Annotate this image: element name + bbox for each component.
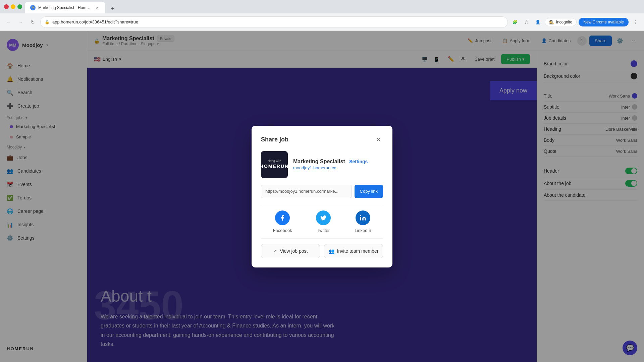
minimize-button[interactable] [11, 4, 15, 9]
view-job-post-button[interactable]: ↗ View job post [261, 244, 320, 258]
maximize-button[interactable] [17, 4, 22, 9]
back-button[interactable]: ← [4, 17, 13, 27]
browser-tab[interactable]: 🏃 Marketing Specialist - Homerun ✕ [25, 2, 105, 13]
thumb-line1: hiring with [261, 159, 288, 163]
thumb-line2: HOMERUN [261, 163, 288, 170]
share-url-input[interactable] [261, 185, 352, 198]
linkedin-icon [356, 210, 370, 225]
social-share-row: Facebook Twitter LinkedIn [261, 210, 383, 233]
svg-rect-0 [360, 217, 361, 220]
settings-link[interactable]: Settings [349, 159, 368, 164]
invite-team-member-button[interactable]: 👥 Invite team member [324, 244, 383, 258]
view-job-label: View job post [280, 248, 308, 254]
incognito-button[interactable]: 🕵️ Incognito [545, 18, 577, 26]
facebook-label: Facebook [273, 228, 292, 233]
job-preview-card: hiring with HOMERUN Marketing Specialist… [261, 151, 383, 178]
modal-close-button[interactable]: ✕ [374, 135, 383, 144]
copy-link-button[interactable]: Copy link [355, 185, 383, 198]
modal-header: Share job ✕ [261, 135, 383, 144]
close-tab-icon[interactable]: ✕ [95, 5, 100, 10]
lock-icon: 🔒 [45, 20, 50, 24]
job-info: Marketing Specialist Settings moodjoy1.h… [293, 159, 368, 170]
address-bar[interactable]: 🔒 app.homerun.co/job/336451/edit?share=t… [40, 16, 508, 28]
url-text: app.homerun.co/job/336451/edit?share=tru… [52, 19, 138, 24]
share-job-modal: Share job ✕ hiring with HOMERUN Marketin… [252, 126, 392, 267]
linkedin-share[interactable]: LinkedIn [355, 210, 371, 233]
tab-title: Marketing Specialist - Homerun [38, 5, 92, 10]
profile-button[interactable]: 👤 [533, 17, 543, 27]
divider [261, 205, 383, 205]
linkedin-label: LinkedIn [355, 228, 371, 233]
url-row: Copy link [261, 185, 383, 198]
incognito-icon: 🕵️ [549, 20, 554, 24]
tab-favicon: 🏃 [30, 5, 36, 10]
incognito-label: Incognito [556, 20, 573, 24]
thumbnail-text: hiring with HOMERUN [261, 156, 288, 172]
team-icon: 👥 [329, 248, 334, 254]
twitter-icon [316, 210, 331, 225]
reload-button[interactable]: ↻ [28, 17, 38, 27]
twitter-label: Twitter [317, 228, 330, 233]
new-chrome-button[interactable]: New Chrome available [579, 18, 629, 26]
bookmark-button[interactable]: ☆ [522, 17, 531, 27]
company-url[interactable]: moodjoy1.homerun.co [293, 165, 368, 170]
external-link-icon: ↗ [273, 248, 277, 254]
menu-button[interactable]: ⋮ [631, 17, 640, 27]
close-button[interactable] [4, 4, 9, 9]
extensions-button[interactable]: 🧩 [511, 17, 520, 27]
modal-actions: ↗ View job post 👥 Invite team member [261, 244, 383, 258]
forward-button[interactable]: → [16, 17, 25, 27]
modal-title: Share job [261, 136, 288, 143]
modal-job-title: Marketing Specialist Settings [293, 159, 368, 165]
divider-2 [261, 238, 383, 239]
facebook-icon [275, 210, 290, 225]
facebook-share[interactable]: Facebook [273, 210, 292, 233]
invite-team-label: Invite team member [337, 248, 379, 254]
new-tab-button[interactable]: + [108, 4, 117, 13]
modal-overlay[interactable]: Share job ✕ hiring with HOMERUN Marketin… [0, 31, 644, 362]
svg-point-1 [360, 215, 361, 216]
job-thumbnail: hiring with HOMERUN [261, 151, 288, 178]
twitter-share[interactable]: Twitter [316, 210, 331, 233]
